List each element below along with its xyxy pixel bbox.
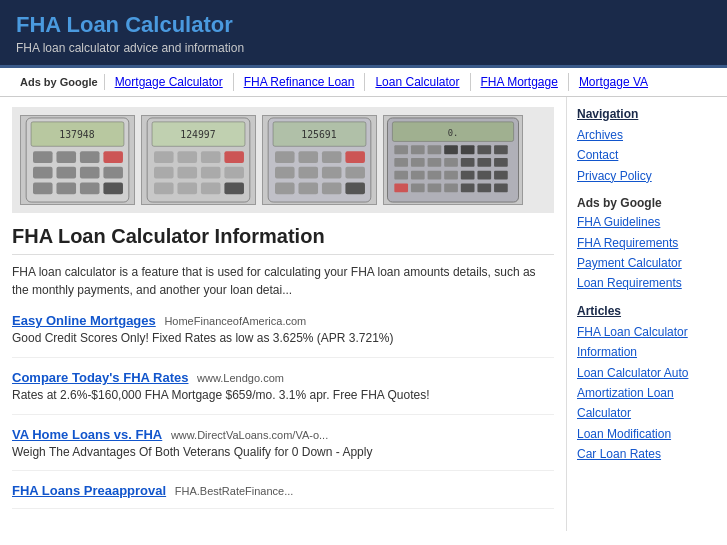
svg-rect-50 <box>428 145 442 154</box>
svg-rect-7 <box>33 167 53 179</box>
content-area: 137948 <box>0 97 567 531</box>
svg-rect-68 <box>494 171 508 180</box>
calculator-image-4: 0. <box>383 115 523 205</box>
svg-text:125691: 125691 <box>301 129 336 140</box>
svg-rect-8 <box>56 167 76 179</box>
sidebar-archives[interactable]: Archives <box>577 125 717 145</box>
sidebar-article-loan-calc-auto[interactable]: Loan Calculator Auto <box>577 363 717 383</box>
svg-rect-20 <box>201 151 221 163</box>
sidebar-loan-requirements[interactable]: Loan Requirements <box>577 273 717 293</box>
svg-rect-22 <box>154 167 174 179</box>
svg-rect-6 <box>103 151 123 163</box>
svg-rect-67 <box>477 171 491 180</box>
svg-rect-72 <box>444 183 458 192</box>
ad-desc-1: Good Credit Scores Only! Fixed Rates as … <box>12 330 554 347</box>
svg-rect-51 <box>444 145 458 154</box>
sidebar-ads-label: Ads by Google <box>577 196 717 210</box>
svg-rect-49 <box>411 145 425 154</box>
svg-rect-24 <box>201 167 221 179</box>
site-title: FHA Loan Calculator <box>16 12 711 38</box>
sidebar-fha-requirements[interactable]: FHA Requirements <box>577 233 717 253</box>
calculator-image-3: 125691 <box>262 115 377 205</box>
ad-link-3[interactable]: VA Home Loans vs. FHA <box>12 427 162 442</box>
svg-rect-13 <box>80 182 100 194</box>
sidebar-fha-guidelines[interactable]: FHA Guidelines <box>577 212 717 232</box>
svg-rect-73 <box>461 183 475 192</box>
svg-rect-69 <box>394 183 408 192</box>
svg-rect-19 <box>177 151 197 163</box>
svg-text:124997: 124997 <box>180 129 215 140</box>
sidebar-payment-calculator[interactable]: Payment Calculator <box>577 253 717 273</box>
ad-item-4: FHA Loans Preaapproval FHA.BestRateFinan… <box>12 483 554 509</box>
svg-rect-58 <box>444 158 458 167</box>
svg-rect-33 <box>275 151 295 163</box>
ad-source-3: www.DirectVaLoans.com/VA-o... <box>171 429 328 441</box>
svg-rect-55 <box>394 158 408 167</box>
article-body: FHA loan calculator is a feature that is… <box>12 263 554 299</box>
sidebar-article-loan-modification[interactable]: Loan Modification <box>577 424 717 444</box>
site-subtitle: FHA loan calculator advice and informati… <box>16 41 711 55</box>
ad-desc-2: Rates at 2.6%-$160,000 FHA Mortgage $659… <box>12 387 554 404</box>
svg-rect-43 <box>322 182 342 194</box>
nav-mortgage-va[interactable]: Mortgage VA <box>569 73 658 91</box>
svg-rect-52 <box>461 145 475 154</box>
navbar: Ads by Google Mortgage Calculator FHA Re… <box>0 68 727 97</box>
ad-link-4[interactable]: FHA Loans Preaapproval <box>12 483 166 498</box>
sidebar-privacy-policy[interactable]: Privacy Policy <box>577 166 717 186</box>
svg-rect-64 <box>428 171 442 180</box>
ad-item-3: VA Home Loans vs. FHA www.DirectVaLoans.… <box>12 427 554 472</box>
sidebar-articles-heading: Articles <box>577 304 717 318</box>
article-title: FHA Loan Calculator Information <box>12 225 554 255</box>
svg-rect-11 <box>33 182 53 194</box>
ad-item-2: Compare Today's FHA Rates www.Lendgo.com… <box>12 370 554 415</box>
svg-rect-44 <box>345 182 365 194</box>
svg-rect-40 <box>345 167 365 179</box>
svg-rect-41 <box>275 182 295 194</box>
svg-rect-36 <box>345 151 365 163</box>
svg-rect-27 <box>177 182 197 194</box>
svg-rect-62 <box>394 171 408 180</box>
calculator-image-2: 124997 <box>141 115 256 205</box>
svg-rect-66 <box>461 171 475 180</box>
svg-text:0.: 0. <box>448 128 459 138</box>
svg-rect-63 <box>411 171 425 180</box>
calculator-images: 137948 <box>12 107 554 213</box>
ad-link-1[interactable]: Easy Online Mortgages <box>12 313 156 328</box>
nav-fha-refinance[interactable]: FHA Refinance Loan <box>234 73 366 91</box>
sidebar-article-car-loan-rates[interactable]: Car Loan Rates <box>577 444 717 464</box>
sidebar-article-amortization[interactable]: Amortization Loan Calculator <box>577 383 717 424</box>
svg-rect-65 <box>444 171 458 180</box>
svg-rect-18 <box>154 151 174 163</box>
svg-rect-23 <box>177 167 197 179</box>
ad-link-2[interactable]: Compare Today's FHA Rates <box>12 370 188 385</box>
main-layout: 137948 <box>0 97 727 531</box>
svg-rect-48 <box>394 145 408 154</box>
sidebar-contact[interactable]: Contact <box>577 145 717 165</box>
svg-rect-9 <box>80 167 100 179</box>
calculator-image-1: 137948 <box>20 115 135 205</box>
sidebar-article-fha-loan-calc[interactable]: FHA Loan Calculator Information <box>577 322 717 363</box>
svg-rect-35 <box>322 151 342 163</box>
sidebar-navigation-heading: Navigation <box>577 107 717 121</box>
nav-mortgage-calculator[interactable]: Mortgage Calculator <box>105 73 234 91</box>
svg-rect-59 <box>461 158 475 167</box>
svg-rect-57 <box>428 158 442 167</box>
svg-rect-21 <box>224 151 244 163</box>
svg-rect-75 <box>494 183 508 192</box>
sidebar: Navigation Archives Contact Privacy Poli… <box>567 97 727 531</box>
svg-rect-53 <box>477 145 491 154</box>
svg-rect-42 <box>298 182 318 194</box>
svg-rect-38 <box>298 167 318 179</box>
nav-loan-calculator[interactable]: Loan Calculator <box>365 73 470 91</box>
svg-rect-10 <box>103 167 123 179</box>
svg-rect-60 <box>477 158 491 167</box>
svg-rect-26 <box>154 182 174 194</box>
svg-rect-14 <box>103 182 123 194</box>
svg-rect-4 <box>56 151 76 163</box>
svg-rect-70 <box>411 183 425 192</box>
nav-fha-mortgage[interactable]: FHA Mortgage <box>471 73 569 91</box>
ad-source-4: FHA.BestRateFinance... <box>175 485 294 497</box>
svg-text:137948: 137948 <box>59 129 94 140</box>
ad-desc-3: Weigh The Advantages Of Both Veterans Qu… <box>12 444 554 461</box>
header: FHA Loan Calculator FHA loan calculator … <box>0 0 727 68</box>
